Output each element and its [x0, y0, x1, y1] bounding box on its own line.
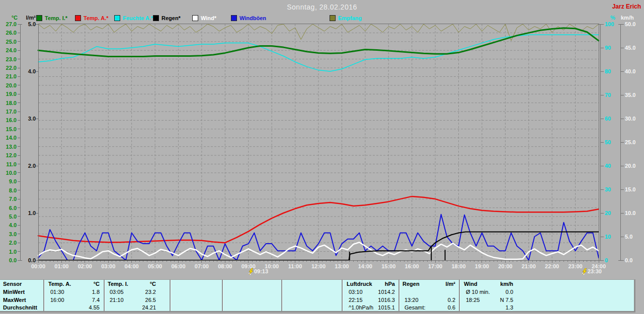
- table-value: 4.55: [48, 304, 100, 312]
- table-separator: [342, 280, 343, 311]
- table-value: 26.5: [108, 297, 156, 304]
- lightning-icon: [249, 268, 254, 275]
- table-separator: [43, 280, 45, 311]
- table-value: 0.2: [403, 297, 455, 304]
- table-value: 1015.1: [347, 304, 395, 312]
- table-value: 0.6: [403, 304, 455, 312]
- table-row-label: MinWert: [3, 289, 42, 296]
- chart-plot: [0, 0, 644, 314]
- table-value: 7.4: [48, 297, 100, 304]
- table-value: N 7.5: [464, 297, 513, 304]
- table-separator: [104, 280, 105, 311]
- table-col-unit: °C: [48, 281, 100, 288]
- event-marker-time: 23:30: [588, 268, 602, 274]
- table-col-unit: hPa: [347, 281, 395, 288]
- table-value: 24.21: [108, 304, 156, 312]
- table-value: 1.3: [464, 304, 513, 312]
- lightning-icon: [582, 268, 587, 275]
- table-value: 0.0: [464, 289, 513, 296]
- table-row-label: MaxWert: [3, 297, 42, 304]
- event-marker: 09:13: [249, 268, 268, 275]
- table-row-label: Sensor: [3, 281, 42, 288]
- table-row-label: Durchschnitt: [3, 304, 42, 312]
- summary-table: SensorMinWertMaxWertDurchschnittTemp. A.…: [0, 279, 635, 312]
- table-col-unit: km/h: [464, 281, 513, 288]
- grid-lines: [38, 24, 599, 260]
- event-marker-time: 09:13: [254, 268, 268, 274]
- table-separator: [222, 280, 223, 311]
- table-separator: [170, 280, 171, 311]
- table-value: 1.8: [48, 289, 100, 296]
- table-value: 1016.3: [347, 297, 395, 304]
- table-separator: [459, 280, 460, 311]
- table-value: 23.2: [108, 289, 156, 296]
- weather-chart-window: Sonntag, 28.02.2016 Jarz Erich °C l/m² %…: [0, 0, 644, 314]
- table-value: 1014.2: [347, 289, 395, 296]
- table-col-unit: l/m²: [403, 281, 455, 288]
- event-marker: 23:30: [582, 268, 602, 275]
- table-separator: [281, 280, 283, 311]
- table-separator: [398, 280, 400, 311]
- table-col-unit: °C: [108, 281, 156, 288]
